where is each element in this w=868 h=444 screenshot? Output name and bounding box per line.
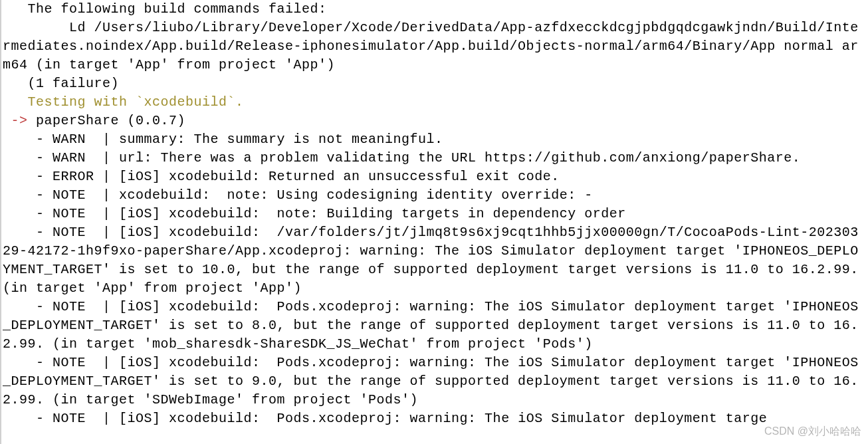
output-line-note: - NOTE | xcodebuild: note: Using codesig…: [3, 186, 865, 205]
output-line-note: - NOTE | [iOS] xcodebuild: Pods.xcodepro…: [3, 298, 865, 354]
output-line-pod: -> paperShare (0.0.7): [3, 112, 865, 130]
output-line: The following build commands failed:: [3, 0, 865, 19]
arrow-indicator: ->: [3, 113, 28, 128]
output-line: Ld /Users/liubo/Library/Developer/Xcode/…: [3, 19, 865, 74]
terminal-output: The following build commands failed: Ld …: [0, 0, 868, 428]
output-line-note: - NOTE | [iOS] xcodebuild: Pods.xcodepro…: [3, 354, 865, 409]
output-line-note: - NOTE | [iOS] xcodebuild: Pods.xcodepro…: [3, 409, 865, 428]
pod-name-version: paperShare (0.0.7): [28, 113, 186, 128]
output-line-note: - NOTE | [iOS] xcodebuild: /var/folders/…: [3, 223, 865, 298]
output-line-warn: - WARN | summary: The summary is not mea…: [3, 130, 865, 149]
output-line-warn: - WARN | url: There was a problem valida…: [3, 149, 865, 167]
output-line: (1 failure): [3, 74, 865, 93]
output-line-testing: Testing with `xcodebuild`.: [3, 93, 865, 112]
window-left-border: [0, 0, 1, 444]
output-line-error: - ERROR | [iOS] xcodebuild: Returned an …: [3, 167, 865, 186]
output-line-note: - NOTE | [iOS] xcodebuild: note: Buildin…: [3, 205, 865, 223]
